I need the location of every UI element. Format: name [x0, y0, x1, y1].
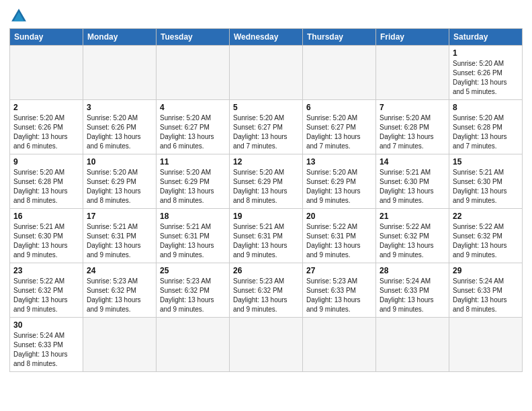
day-info: Sunrise: 5:22 AM Sunset: 6:32 PM Dayligh… — [453, 222, 519, 260]
calendar-cell: 21Sunrise: 5:22 AM Sunset: 6:32 PM Dayli… — [376, 209, 449, 263]
day-info: Sunrise: 5:20 AM Sunset: 6:29 PM Dayligh… — [306, 168, 372, 205]
day-info: Sunrise: 5:23 AM Sunset: 6:32 PM Dayligh… — [87, 277, 152, 314]
day-number: 30 — [13, 320, 79, 330]
calendar-cell: 16Sunrise: 5:21 AM Sunset: 6:30 PM Dayli… — [10, 209, 83, 263]
calendar-cell: 6Sunrise: 5:20 AM Sunset: 6:27 PM Daylig… — [303, 100, 376, 154]
calendar-cell: 19Sunrise: 5:21 AM Sunset: 6:31 PM Dayli… — [230, 209, 303, 263]
day-info: Sunrise: 5:20 AM Sunset: 6:29 PM Dayligh… — [87, 168, 152, 205]
day-number: 13 — [306, 157, 372, 167]
day-number: 25 — [160, 266, 226, 275]
calendar-cell: 28Sunrise: 5:24 AM Sunset: 6:33 PM Dayli… — [376, 263, 449, 318]
col-wednesday: Wednesday — [230, 29, 303, 46]
calendar-table: Sunday Monday Tuesday Wednesday Thursday… — [9, 28, 523, 372]
calendar-cell — [157, 46, 230, 100]
day-info: Sunrise: 5:24 AM Sunset: 6:33 PM Dayligh… — [453, 277, 519, 314]
day-info: Sunrise: 5:20 AM Sunset: 6:27 PM Dayligh… — [160, 113, 226, 151]
day-info: Sunrise: 5:21 AM Sunset: 6:31 PM Dayligh… — [87, 222, 152, 260]
calendar-cell — [83, 46, 157, 100]
calendar-cell — [230, 46, 303, 100]
col-thursday: Thursday — [303, 29, 376, 46]
day-number: 26 — [233, 266, 299, 275]
day-number: 16 — [13, 212, 79, 221]
day-number: 11 — [160, 157, 226, 167]
col-friday: Friday — [376, 29, 449, 46]
calendar-cell: 10Sunrise: 5:20 AM Sunset: 6:29 PM Dayli… — [83, 154, 157, 209]
day-info: Sunrise: 5:20 AM Sunset: 6:26 PM Dayligh… — [87, 113, 152, 151]
logo-icon — [9, 7, 28, 26]
day-number: 23 — [13, 266, 79, 275]
col-tuesday: Tuesday — [157, 29, 230, 46]
day-number: 9 — [13, 157, 79, 167]
day-number: 19 — [233, 212, 299, 221]
calendar-cell: 3Sunrise: 5:20 AM Sunset: 6:26 PM Daylig… — [83, 100, 157, 154]
day-number: 4 — [160, 103, 226, 112]
calendar-cell — [157, 318, 230, 372]
calendar-cell: 2Sunrise: 5:20 AM Sunset: 6:26 PM Daylig… — [10, 100, 83, 154]
day-number: 22 — [453, 212, 519, 221]
day-number: 7 — [380, 103, 445, 112]
day-number: 14 — [380, 157, 445, 167]
day-info: Sunrise: 5:22 AM Sunset: 6:32 PM Dayligh… — [13, 277, 79, 314]
day-number: 10 — [87, 157, 152, 167]
day-info: Sunrise: 5:21 AM Sunset: 6:30 PM Dayligh… — [380, 168, 445, 205]
calendar-cell: 4Sunrise: 5:20 AM Sunset: 6:27 PM Daylig… — [157, 100, 230, 154]
day-number: 12 — [233, 157, 299, 167]
calendar-cell: 24Sunrise: 5:23 AM Sunset: 6:32 PM Dayli… — [83, 263, 157, 318]
day-info: Sunrise: 5:20 AM Sunset: 6:26 PM Dayligh… — [13, 113, 79, 151]
day-info: Sunrise: 5:21 AM Sunset: 6:31 PM Dayligh… — [233, 222, 299, 260]
logo — [9, 7, 31, 26]
day-number: 24 — [87, 266, 152, 275]
day-info: Sunrise: 5:24 AM Sunset: 6:33 PM Dayligh… — [13, 331, 79, 369]
col-sunday: Sunday — [10, 29, 83, 46]
day-number: 3 — [87, 103, 152, 112]
day-info: Sunrise: 5:20 AM Sunset: 6:27 PM Dayligh… — [233, 113, 299, 151]
day-number: 28 — [380, 266, 445, 275]
calendar-cell: 23Sunrise: 5:22 AM Sunset: 6:32 PM Dayli… — [10, 263, 83, 318]
calendar-cell: 25Sunrise: 5:23 AM Sunset: 6:32 PM Dayli… — [157, 263, 230, 318]
calendar-cell: 20Sunrise: 5:22 AM Sunset: 6:31 PM Dayli… — [303, 209, 376, 263]
calendar-cell: 18Sunrise: 5:21 AM Sunset: 6:31 PM Dayli… — [157, 209, 230, 263]
calendar-cell — [376, 318, 449, 372]
calendar-cell: 14Sunrise: 5:21 AM Sunset: 6:30 PM Dayli… — [376, 154, 449, 209]
day-info: Sunrise: 5:21 AM Sunset: 6:30 PM Dayligh… — [453, 168, 519, 205]
day-info: Sunrise: 5:21 AM Sunset: 6:31 PM Dayligh… — [160, 222, 226, 260]
calendar-cell: 9Sunrise: 5:20 AM Sunset: 6:28 PM Daylig… — [10, 154, 83, 209]
calendar-cell: 27Sunrise: 5:23 AM Sunset: 6:33 PM Dayli… — [303, 263, 376, 318]
calendar-cell — [230, 318, 303, 372]
day-info: Sunrise: 5:20 AM Sunset: 6:27 PM Dayligh… — [306, 113, 372, 151]
day-number: 18 — [160, 212, 226, 221]
day-info: Sunrise: 5:20 AM Sunset: 6:29 PM Dayligh… — [160, 168, 226, 205]
calendar-cell — [449, 318, 523, 372]
week-row-6: 30Sunrise: 5:24 AM Sunset: 6:33 PM Dayli… — [10, 318, 523, 372]
calendar-cell: 26Sunrise: 5:23 AM Sunset: 6:32 PM Dayli… — [230, 263, 303, 318]
day-number: 27 — [306, 266, 372, 275]
day-info: Sunrise: 5:20 AM Sunset: 6:28 PM Dayligh… — [13, 168, 79, 205]
week-row-4: 16Sunrise: 5:21 AM Sunset: 6:30 PM Dayli… — [10, 209, 523, 263]
week-row-1: 1Sunrise: 5:20 AM Sunset: 6:26 PM Daylig… — [10, 46, 523, 100]
calendar-cell: 8Sunrise: 5:20 AM Sunset: 6:28 PM Daylig… — [449, 100, 523, 154]
day-info: Sunrise: 5:20 AM Sunset: 6:28 PM Dayligh… — [453, 113, 519, 151]
day-info: Sunrise: 5:21 AM Sunset: 6:30 PM Dayligh… — [13, 222, 79, 260]
day-info: Sunrise: 5:23 AM Sunset: 6:32 PM Dayligh… — [160, 277, 226, 314]
day-info: Sunrise: 5:23 AM Sunset: 6:33 PM Dayligh… — [306, 277, 372, 314]
calendar-cell: 11Sunrise: 5:20 AM Sunset: 6:29 PM Dayli… — [157, 154, 230, 209]
calendar-cell: 12Sunrise: 5:20 AM Sunset: 6:29 PM Dayli… — [230, 154, 303, 209]
calendar-cell: 13Sunrise: 5:20 AM Sunset: 6:29 PM Dayli… — [303, 154, 376, 209]
day-number: 2 — [13, 103, 79, 112]
day-number: 29 — [453, 266, 519, 275]
calendar-cell: 30Sunrise: 5:24 AM Sunset: 6:33 PM Dayli… — [10, 318, 83, 372]
week-row-5: 23Sunrise: 5:22 AM Sunset: 6:32 PM Dayli… — [10, 263, 523, 318]
day-info: Sunrise: 5:23 AM Sunset: 6:32 PM Dayligh… — [233, 277, 299, 314]
calendar-cell — [10, 46, 83, 100]
calendar-cell: 1Sunrise: 5:20 AM Sunset: 6:26 PM Daylig… — [449, 46, 523, 100]
calendar-cell: 5Sunrise: 5:20 AM Sunset: 6:27 PM Daylig… — [230, 100, 303, 154]
day-number: 20 — [306, 212, 372, 221]
day-number: 6 — [306, 103, 372, 112]
day-number: 5 — [233, 103, 299, 112]
day-info: Sunrise: 5:20 AM Sunset: 6:29 PM Dayligh… — [233, 168, 299, 205]
calendar-cell — [376, 46, 449, 100]
day-info: Sunrise: 5:20 AM Sunset: 6:28 PM Dayligh… — [380, 113, 445, 151]
calendar-page: Sunday Monday Tuesday Wednesday Thursday… — [0, 0, 532, 411]
week-row-2: 2Sunrise: 5:20 AM Sunset: 6:26 PM Daylig… — [10, 100, 523, 154]
calendar-cell: 22Sunrise: 5:22 AM Sunset: 6:32 PM Dayli… — [449, 209, 523, 263]
